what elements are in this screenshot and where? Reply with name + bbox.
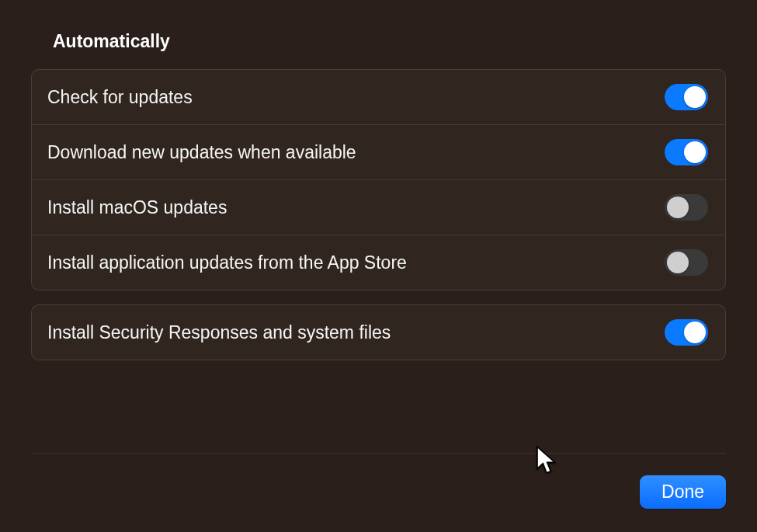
setting-label: Install application updates from the App…: [47, 252, 407, 273]
toggle-knob-icon: [667, 196, 689, 218]
setting-label: Check for updates: [47, 87, 193, 108]
toggle-install-app-store[interactable]: [665, 249, 708, 276]
software-update-settings-dialog: Automatically Check for updates Download…: [0, 0, 757, 532]
section-title: Automatically: [53, 31, 726, 52]
toggle-knob-icon: [684, 141, 706, 163]
settings-group-primary: Check for updates Download new updates w…: [31, 69, 726, 290]
setting-row-install-macos: Install macOS updates: [32, 180, 725, 235]
toggle-check-updates[interactable]: [665, 84, 708, 110]
toggle-download-updates[interactable]: [665, 139, 708, 165]
settings-group-secondary: Install Security Responses and system fi…: [31, 304, 726, 360]
setting-row-download-updates: Download new updates when available: [32, 125, 725, 180]
setting-label: Install Security Responses and system fi…: [47, 322, 391, 343]
done-button[interactable]: Done: [640, 475, 726, 509]
dialog-footer: Done: [31, 453, 726, 509]
setting-row-check-updates: Check for updates: [32, 70, 725, 125]
toggle-install-macos[interactable]: [665, 194, 708, 221]
toggle-knob-icon: [667, 252, 689, 273]
setting-row-install-app-store: Install application updates from the App…: [32, 235, 725, 290]
setting-label: Install macOS updates: [47, 197, 227, 218]
toggle-security-responses[interactable]: [665, 319, 708, 346]
setting-label: Download new updates when available: [47, 142, 356, 163]
toggle-knob-icon: [684, 86, 706, 108]
toggle-knob-icon: [684, 322, 706, 343]
setting-row-security-responses: Install Security Responses and system fi…: [32, 305, 725, 360]
